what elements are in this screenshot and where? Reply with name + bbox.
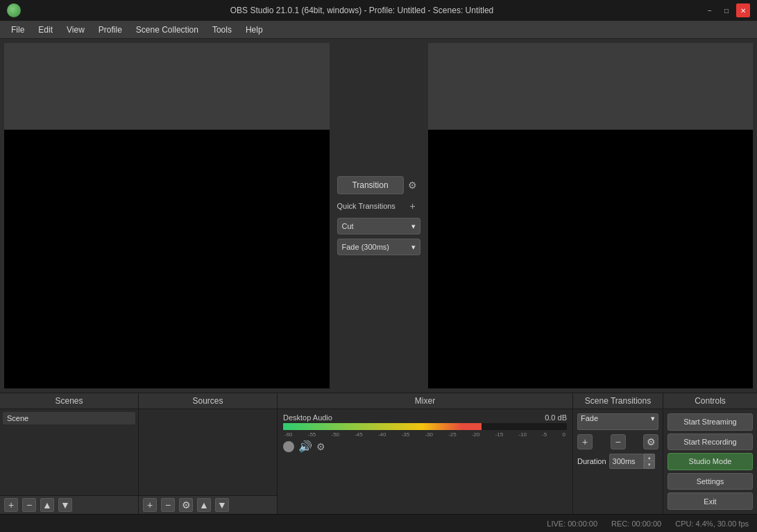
- cut-label: Cut: [342, 222, 354, 230]
- mixer-body: Desktop Audio 0.0 dB -60 -55 -50 -45 -40…: [278, 409, 572, 514]
- desktop-audio-db: 0.0 dB: [545, 413, 567, 422]
- window-controls: − □ ✕: [703, 3, 750, 17]
- menu-bar: File Edit View Profile Scene Collection …: [0, 21, 757, 39]
- sources-settings-button[interactable]: ⚙: [179, 498, 193, 512]
- sources-header: Sources: [139, 393, 277, 409]
- st-settings-icon[interactable]: ⚙: [643, 434, 658, 449]
- scenes-body: Scene: [0, 409, 138, 495]
- controls-panel: Controls Start Streaming Start Recording…: [663, 393, 757, 514]
- controls-header: Controls: [663, 393, 757, 409]
- volume-knob[interactable]: [283, 441, 294, 452]
- duration-input[interactable]: 300ms: [609, 454, 644, 469]
- maximize-button[interactable]: □: [720, 3, 733, 17]
- scenes-move-down-button[interactable]: ▼: [58, 498, 72, 512]
- scenes-footer: + − ▲ ▼: [0, 495, 138, 514]
- st-add-button[interactable]: +: [577, 434, 593, 449]
- sources-body: [139, 409, 277, 495]
- sources-panel: Sources + − ⚙ ▲ ▼: [139, 393, 278, 514]
- controls-body: Start Streaming Start Recording Studio M…: [663, 409, 757, 514]
- studio-mode-button[interactable]: Studio Mode: [667, 453, 753, 470]
- minimize-button[interactable]: −: [703, 3, 717, 17]
- left-preview-top: [4, 43, 330, 130]
- sources-footer: + − ⚙ ▲ ▼: [139, 495, 277, 514]
- scene-transitions-header: Scene Transitions: [573, 393, 663, 409]
- quick-transitions-label: Quick Transitions: [337, 202, 395, 210]
- left-preview-screen: [4, 130, 330, 389]
- status-bar: LIVE: 00:00:00 REC: 00:00:00 CPU: 4.4%, …: [0, 514, 757, 532]
- menu-edit[interactable]: Edit: [31, 24, 60, 36]
- fade-dropdown[interactable]: Fade (300ms) ▾: [337, 239, 420, 255]
- live-status: LIVE: 00:00:00: [547, 520, 597, 528]
- mixer-controls-row: 🔊 ⚙: [283, 440, 567, 453]
- desktop-audio-label: Desktop Audio: [283, 413, 332, 422]
- scenes-move-up-button[interactable]: ▲: [40, 498, 54, 512]
- sources-move-down-button[interactable]: ▼: [215, 498, 229, 512]
- desktop-audio-row: Desktop Audio 0.0 dB -60 -55 -50 -45 -40…: [280, 412, 570, 454]
- sources-move-up-button[interactable]: ▲: [197, 498, 211, 512]
- sources-remove-button[interactable]: −: [161, 498, 175, 512]
- right-preview-top: [428, 43, 754, 130]
- cut-chevron-icon: ▾: [411, 222, 416, 231]
- right-preview-pane: [428, 43, 754, 388]
- mixer-settings-icon[interactable]: ⚙: [316, 441, 325, 452]
- menu-file[interactable]: File: [4, 24, 31, 36]
- mixer-header: Mixer: [278, 393, 572, 409]
- cut-dropdown[interactable]: Cut ▾: [337, 218, 420, 234]
- fade-select[interactable]: Fade ▾: [577, 413, 658, 430]
- duration-spinner: 300ms ▴ ▾: [609, 454, 655, 469]
- right-preview-screen: [428, 130, 754, 389]
- preview-section: Transition ⚙ Quick Transitions + Cut ▾ F…: [0, 39, 757, 393]
- duration-label: Duration: [577, 457, 606, 465]
- fade-label: Fade (300ms): [342, 243, 389, 251]
- title-bar: OBS Studio 21.0.1 (64bit, windows) - Pro…: [0, 0, 757, 21]
- window-title: OBS Studio 21.0.1 (64bit, windows) - Pro…: [21, 6, 703, 15]
- bottom-section: Scenes Scene + − ▲ ▼ Sources + − ⚙ ▲ ▼: [0, 393, 757, 514]
- quick-transitions-header: Quick Transitions +: [337, 198, 420, 214]
- scenes-header: Scenes: [0, 393, 138, 409]
- scenes-panel: Scenes Scene + − ▲ ▼: [0, 393, 139, 514]
- sources-add-button[interactable]: +: [143, 498, 157, 512]
- menu-scene-collection[interactable]: Scene Collection: [129, 24, 205, 36]
- fade-select-chevron: ▾: [651, 414, 655, 423]
- scenes-remove-button[interactable]: −: [22, 498, 36, 512]
- menu-tools[interactable]: Tools: [205, 24, 239, 36]
- layout-wrapper: Transition ⚙ Quick Transitions + Cut ▾ F…: [0, 39, 757, 532]
- add-quick-transition-icon[interactable]: +: [405, 198, 420, 214]
- menu-help[interactable]: Help: [239, 24, 270, 36]
- speaker-icon[interactable]: 🔊: [298, 440, 312, 453]
- left-preview-pane: [4, 43, 330, 388]
- app-logo: [7, 3, 21, 17]
- meter-scale: -60 -55 -50 -45 -40 -35 -30 -25 -20 -15 …: [283, 431, 567, 438]
- cpu-status: CPU: 4.4%, 30.00 fps: [675, 520, 749, 528]
- meter-bar-fill: [283, 423, 482, 430]
- menu-profile[interactable]: Profile: [92, 24, 129, 36]
- duration-up-arrow[interactable]: ▴: [644, 454, 655, 461]
- rec-status: REC: 00:00:00: [611, 520, 661, 528]
- transition-button[interactable]: Transition: [337, 176, 404, 194]
- fade-select-value: Fade: [581, 414, 598, 422]
- duration-arrows: ▴ ▾: [644, 454, 655, 469]
- audio-meter: [283, 423, 567, 430]
- transition-column: Transition ⚙ Quick Transitions + Cut ▾ F…: [334, 39, 424, 393]
- menu-view[interactable]: View: [60, 24, 92, 36]
- exit-button[interactable]: Exit: [667, 492, 753, 510]
- transition-settings-icon[interactable]: ⚙: [405, 178, 420, 193]
- fade-chevron-icon: ▾: [411, 243, 416, 252]
- mixer-panel: Mixer Desktop Audio 0.0 dB -60 -55 -50 -…: [278, 393, 573, 514]
- mixer-label-row: Desktop Audio 0.0 dB: [283, 413, 567, 422]
- st-controls-row: + − ⚙: [577, 434, 658, 449]
- close-button[interactable]: ✕: [736, 3, 750, 17]
- scene-transitions-body: Fade ▾ + − ⚙ Duration 300ms ▴ ▾: [573, 409, 663, 514]
- start-streaming-button[interactable]: Start Streaming: [667, 413, 753, 431]
- start-recording-button[interactable]: Start Recording: [667, 434, 753, 451]
- scene-item[interactable]: Scene: [3, 412, 135, 424]
- st-remove-button[interactable]: −: [611, 434, 626, 449]
- settings-button[interactable]: Settings: [667, 473, 753, 490]
- scenes-add-button[interactable]: +: [4, 498, 18, 512]
- duration-down-arrow[interactable]: ▾: [644, 461, 655, 469]
- st-duration-row: Duration 300ms ▴ ▾: [577, 454, 658, 469]
- scene-transitions-panel: Scene Transitions Fade ▾ + − ⚙ Duration …: [573, 393, 663, 514]
